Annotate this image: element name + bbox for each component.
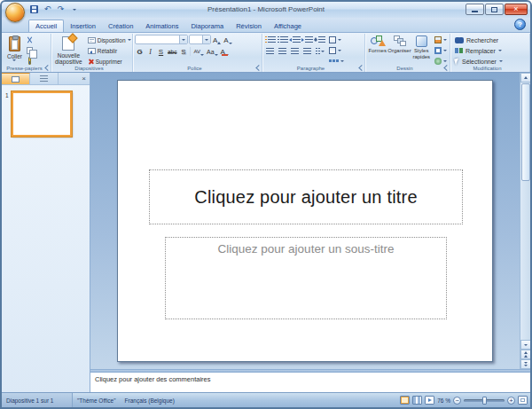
help-icon: ? (518, 20, 522, 28)
next-slide-button[interactable] (520, 359, 531, 369)
chevron-down-icon (340, 60, 344, 62)
panel-tab-slides[interactable] (2, 73, 30, 84)
office-button[interactable] (5, 3, 25, 22)
find-button[interactable]: Rechercher (452, 35, 528, 45)
tab-accueil[interactable]: Accueil (28, 20, 64, 32)
tab-animations[interactable]: Animations (139, 20, 184, 32)
paragraph-dialog-launcher[interactable] (357, 65, 364, 71)
new-slide-icon (62, 36, 74, 51)
notes-pane[interactable]: Cliquez pour ajouter des commentaires (90, 372, 530, 392)
line-spacing-button[interactable] (314, 35, 325, 44)
language-status[interactable]: Français (Belgique) (121, 393, 179, 407)
grow-font-button[interactable]: A (212, 35, 222, 44)
layout-button[interactable]: Disposition (86, 35, 133, 45)
panel-close-button[interactable]: × (78, 73, 90, 84)
align-center-button[interactable] (277, 46, 288, 56)
slide-canvas[interactable]: Cliquez pour ajouter un titre Cliquez po… (117, 80, 493, 362)
reset-slide-button[interactable]: Rétablir (86, 45, 133, 56)
slide-sorter-button[interactable] (412, 396, 422, 405)
convert-smartart-button[interactable] (328, 56, 345, 66)
zoom-out-button[interactable]: − (453, 397, 461, 405)
underline-button[interactable]: S (156, 46, 166, 56)
scroll-down-button[interactable] (520, 340, 531, 350)
chevron-down-icon[interactable] (179, 35, 187, 43)
redo-button[interactable]: ↷ (55, 4, 66, 15)
font-dialog-launcher[interactable] (254, 65, 261, 71)
maximize-button[interactable] (485, 4, 504, 15)
tab-affichage[interactable]: Affichage (268, 20, 308, 32)
normal-view-button[interactable] (400, 396, 410, 405)
tab-revision[interactable]: Révision (230, 20, 268, 32)
replace-button[interactable]: Remplacer (452, 45, 528, 56)
text-direction-button[interactable] (328, 35, 345, 44)
decrease-indent-button[interactable] (289, 35, 301, 44)
vertical-scrollbar[interactable] (520, 73, 530, 369)
help-button[interactable]: ? (514, 19, 526, 30)
strikethrough-button[interactable]: abc (167, 46, 177, 56)
replace-icon (455, 48, 463, 53)
change-case-button[interactable]: Aa (206, 46, 219, 56)
close-button[interactable]: × (505, 4, 528, 15)
scrollbar-thumb[interactable] (521, 83, 530, 181)
save-button[interactable] (28, 4, 40, 15)
previous-slide-button[interactable] (520, 350, 531, 359)
slideshow-button[interactable] (425, 396, 434, 405)
main-column: Cliquez pour ajouter un titre Cliquez po… (90, 73, 530, 392)
separator (190, 47, 191, 56)
chevron-down-icon (215, 54, 218, 56)
align-left-button[interactable] (264, 46, 276, 56)
align-right-button[interactable] (289, 46, 301, 56)
slides-panel-tabs: × (2, 73, 90, 85)
justify-icon (303, 48, 311, 54)
font-name-combo[interactable] (135, 35, 188, 44)
title-placeholder[interactable]: Cliquez pour ajouter un titre (149, 169, 463, 224)
align-text-button[interactable] (328, 45, 345, 55)
panel-tab-outline[interactable] (30, 73, 59, 84)
clipboard-dialog-launcher[interactable] (43, 65, 50, 71)
increase-indent-button[interactable] (301, 35, 313, 44)
bold-button[interactable]: G (135, 46, 145, 56)
subtitle-placeholder[interactable]: Cliquez pour ajouter un sous-titre (165, 237, 447, 319)
quick-styles-button[interactable]: Styles rapides (411, 35, 433, 67)
tab-diaporama[interactable]: Diaporama (184, 20, 230, 32)
scroll-up-button[interactable] (520, 73, 531, 83)
character-spacing-button[interactable]: AV (192, 46, 205, 56)
zoom-slider-thumb[interactable] (482, 397, 487, 405)
minimize-button[interactable] (466, 4, 484, 15)
new-slide-button[interactable]: Nouvelle diapositive (53, 35, 84, 67)
arrange-button[interactable]: Organiser (388, 35, 411, 67)
chevron-down-icon (499, 60, 503, 62)
paste-label: Coller (7, 53, 22, 59)
shape-outline-button[interactable] (434, 45, 448, 55)
qat-dropdown-button[interactable] (68, 4, 80, 15)
fit-to-window-button[interactable] (518, 396, 528, 405)
cut-button[interactable] (25, 35, 35, 44)
shapes-button[interactable]: Formes (367, 35, 388, 67)
numbering-button[interactable] (277, 35, 288, 44)
text-shadow-button[interactable]: S (178, 46, 188, 56)
zoom-slider[interactable] (464, 399, 505, 402)
group-paragraph: Paragraphe (262, 34, 365, 72)
justify-button[interactable] (301, 46, 313, 56)
drawing-dialog-launcher[interactable] (442, 65, 449, 71)
paste-button[interactable]: Coller (5, 35, 24, 67)
slide-thumbnail[interactable] (12, 91, 72, 137)
tab-creation[interactable]: Création (102, 20, 139, 32)
title-placeholder-text: Cliquez pour ajouter un titre (194, 187, 418, 208)
zoom-level[interactable]: 76 % (437, 397, 450, 404)
font-size-combo[interactable] (189, 35, 211, 44)
group-drawing: Formes Organiser Styles rapides Dessin (365, 34, 450, 72)
shrink-font-button[interactable]: A (223, 35, 232, 44)
paragraph-group-label: Paragraphe (262, 66, 359, 71)
bullets-button[interactable] (264, 35, 276, 44)
italic-button[interactable]: I (145, 46, 155, 56)
zoom-in-button[interactable]: + (507, 397, 515, 405)
undo-button[interactable]: ↶ (42, 4, 53, 15)
redo-icon: ↷ (58, 5, 65, 13)
tab-insertion[interactable]: Insertion (64, 20, 102, 32)
chevron-down-icon[interactable] (202, 35, 210, 43)
copy-button[interactable] (25, 45, 35, 55)
shape-fill-button[interactable] (434, 35, 448, 44)
columns-button[interactable] (314, 46, 325, 56)
font-color-button[interactable]: A (220, 46, 230, 56)
